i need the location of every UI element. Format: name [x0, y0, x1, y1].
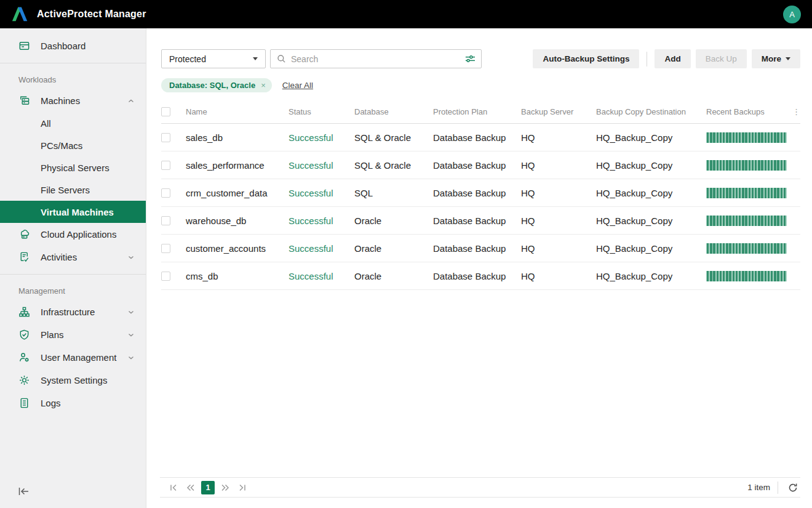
- recent-backups-strip[interactable]: [706, 132, 787, 143]
- sidebar-item-label: Activities: [41, 252, 127, 262]
- search-icon: [277, 54, 286, 63]
- user-avatar[interactable]: A: [783, 6, 801, 23]
- cell-database: Oracle: [354, 243, 433, 254]
- cell-plan: Database Backup: [433, 188, 521, 198]
- first-page-button[interactable]: [167, 481, 180, 494]
- recent-backups-strip[interactable]: [706, 160, 787, 171]
- row-checkbox[interactable]: [161, 188, 170, 198]
- column-header-name[interactable]: Name: [186, 107, 289, 116]
- column-header-status[interactable]: Status: [289, 107, 354, 116]
- table-row[interactable]: cms_db Successful Oracle Database Backup…: [161, 262, 800, 290]
- sidebar-item-plans[interactable]: Plans: [0, 323, 146, 346]
- sidebar-item-label: Virtual Machines: [41, 207, 114, 217]
- sidebar-item-dashboard[interactable]: Dashboard: [0, 34, 146, 57]
- column-header-recent[interactable]: Recent Backups: [706, 107, 787, 116]
- recent-backups-strip[interactable]: [706, 271, 787, 281]
- cell-status: Successful: [289, 160, 354, 171]
- cell-database: SQL: [354, 188, 433, 198]
- refresh-button[interactable]: [786, 480, 800, 495]
- sidebar-item-system-settings[interactable]: System Settings: [0, 369, 146, 392]
- header-checkbox-cell: [161, 107, 186, 116]
- chevron-down-icon: [253, 57, 258, 60]
- sidebar-item-machines[interactable]: Machines: [0, 89, 146, 112]
- cell-database: Oracle: [354, 271, 433, 281]
- sidebar-item-label: User Management: [41, 352, 127, 363]
- cell-status: Successful: [289, 271, 354, 281]
- search-box[interactable]: [270, 49, 482, 68]
- filter-sliders-icon[interactable]: [464, 54, 475, 64]
- table-row[interactable]: sales_performance Successful SQL & Oracl…: [161, 151, 800, 179]
- table-row[interactable]: crm_customer_data Successful SQL Databas…: [161, 179, 800, 207]
- column-header-database[interactable]: Database: [354, 107, 433, 116]
- row-checkbox[interactable]: [161, 272, 170, 281]
- sidebar-item-label: System Settings: [41, 375, 135, 385]
- cell-status: Successful: [289, 216, 354, 226]
- cell-destination: HQ_Backup_Copy: [596, 271, 706, 281]
- filter-chip-database[interactable]: Database: SQL, Oracle ×: [161, 78, 272, 92]
- search-input[interactable]: [291, 54, 464, 64]
- column-header-server[interactable]: Backup Server: [521, 107, 596, 116]
- more-button[interactable]: More: [752, 49, 800, 68]
- sidebar-item-cloud-applications[interactable]: Cloud Applications: [0, 223, 146, 246]
- last-page-button[interactable]: [236, 481, 249, 494]
- machines-table: Name Status Database Protection Plan Bac…: [161, 100, 800, 290]
- cell-name: cms_db: [186, 271, 289, 281]
- remove-filter-icon[interactable]: ×: [261, 81, 266, 89]
- cell-name: customer_accounts: [186, 243, 289, 254]
- sidebar-item-all[interactable]: All: [0, 112, 146, 134]
- cell-plan: Database Backup: [433, 216, 521, 226]
- cell-destination: HQ_Backup_Copy: [596, 216, 706, 226]
- filter-chip-label: Database: SQL, Oracle: [169, 81, 255, 90]
- system-settings-gear-icon: [18, 374, 30, 386]
- cell-server: HQ: [521, 132, 596, 143]
- refresh-icon: [788, 483, 798, 493]
- pagination-bar: 1 1 item: [160, 477, 800, 498]
- sidebar-item-file-servers[interactable]: File Servers: [0, 179, 146, 201]
- sidebar-item-label: Machines: [41, 95, 127, 106]
- machines-icon: [18, 95, 30, 107]
- cell-server: HQ: [521, 243, 596, 254]
- sidebar-collapse-button[interactable]: [16, 483, 32, 499]
- cell-destination: HQ_Backup_Copy: [596, 243, 706, 254]
- sidebar-item-user-management[interactable]: User Management: [0, 346, 146, 369]
- auto-backup-settings-button[interactable]: Auto-Backup Settings: [533, 49, 639, 68]
- recent-backups-strip[interactable]: [706, 216, 787, 226]
- next-page-button[interactable]: [218, 481, 232, 494]
- cloud-applications-icon: [18, 228, 30, 240]
- cell-server: HQ: [521, 160, 596, 171]
- sidebar-item-physical-servers[interactable]: Physical Servers: [0, 156, 146, 179]
- table-row[interactable]: sales_db Successful SQL & Oracle Databas…: [161, 124, 800, 151]
- column-header-plan[interactable]: Protection Plan: [433, 107, 521, 116]
- sidebar-item-virtual-machines[interactable]: Virtual Machines: [0, 201, 146, 223]
- clear-all-link[interactable]: Clear All: [282, 81, 313, 90]
- sidebar-section-management: Management: [0, 280, 146, 300]
- add-button[interactable]: Add: [655, 49, 690, 68]
- scope-dropdown[interactable]: Protected: [161, 49, 266, 68]
- chevron-down-icon: [127, 254, 135, 261]
- cell-server: HQ: [521, 188, 596, 198]
- row-checkbox[interactable]: [161, 244, 170, 253]
- previous-page-button[interactable]: [184, 481, 197, 494]
- column-header-destination[interactable]: Backup Copy Destination: [596, 107, 706, 116]
- row-checkbox[interactable]: [161, 216, 170, 225]
- sidebar-item-infrastructure[interactable]: Infrastructure: [0, 300, 146, 323]
- recent-backups-strip[interactable]: [706, 188, 787, 198]
- column-settings-kebab-icon[interactable]: ⋮: [792, 108, 800, 115]
- row-checkbox[interactable]: [161, 133, 170, 142]
- sidebar-item-pcs-macs[interactable]: PCs/Macs: [0, 134, 146, 156]
- back-up-button[interactable]: Back Up: [696, 49, 747, 68]
- page-number-button[interactable]: 1: [201, 481, 215, 494]
- table-row[interactable]: customer_accounts Successful Oracle Data…: [161, 235, 800, 262]
- chevron-down-icon: [786, 57, 790, 60]
- sidebar-item-label: Physical Servers: [41, 163, 109, 173]
- row-checkbox[interactable]: [161, 161, 170, 170]
- recent-backups-strip[interactable]: [706, 243, 787, 254]
- sidebar-item-label: PCs/Macs: [41, 140, 82, 151]
- table-row[interactable]: warehouse_db Successful Oracle Database …: [161, 207, 800, 235]
- select-all-checkbox[interactable]: [161, 107, 170, 116]
- sidebar-item-activities[interactable]: Activities: [0, 246, 146, 268]
- cell-name: sales_performance: [186, 160, 289, 171]
- sidebar-item-logs[interactable]: Logs: [0, 392, 146, 414]
- cell-destination: HQ_Backup_Copy: [596, 160, 706, 171]
- cell-plan: Database Backup: [433, 271, 521, 281]
